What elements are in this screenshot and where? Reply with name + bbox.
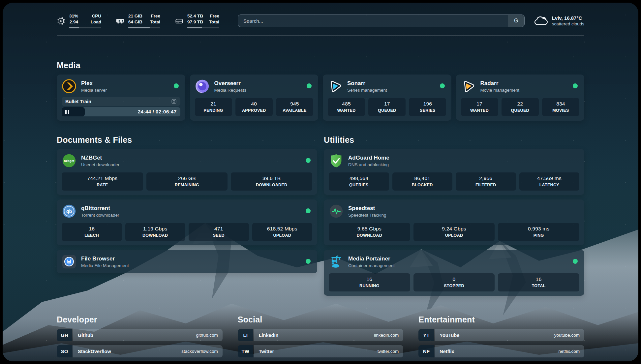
bookmark-name: StackOverflow [78,349,111,354]
status-dot [440,83,445,88]
social-bookmarks: LI LinkedIn linkedin.com TW Twitter twit… [238,329,404,357]
stat-running: 16RUNNING [329,273,410,291]
bookmark-url: stackoverflow.com [181,349,218,354]
svg-text:nzbget: nzbget [64,159,75,163]
disk-progress-fill [187,27,202,28]
bookmark-name: Github [78,333,93,338]
pause-icon[interactable] [65,110,69,114]
playback-time: 24:44 / 02:06:47 [138,109,177,115]
weather-condition: scattered clouds [552,21,584,26]
bookmark-abbr: NF [418,345,434,357]
card-header: File Browser Media File Management [62,254,312,269]
section-media: Media Plex Media serv [57,61,584,121]
app-name: Radarr [480,80,520,87]
middle-sections: Documents & Files nzbget [57,135,584,296]
portainer-card[interactable]: Media Portainer Container management 16R… [324,250,584,296]
top-bar: 31% 2.94 CPU Load [57,13,584,28]
stat-upload: 618.52 MbpsUPLOAD [252,223,313,241]
card-titles: Plex Media server [81,80,107,93]
stat-queries: 498,564QUERIES [329,172,389,191]
plex-card[interactable]: Plex Media server Bullet Train [57,75,185,121]
stats-row: 17WANTED 22QUEUED 834MOVIES [461,98,580,116]
card-titles: NZBGet Usenet downloader [81,155,119,167]
card-header: Overseerr Media Requests [195,79,314,94]
overseerr-card[interactable]: Overseerr Media Requests 21PENDING 40APP… [190,75,319,121]
weather-text: Lviv, 16.87°C scattered clouds [552,15,584,26]
stats-row: 485WANTED 17QUEUED 196SERIES [328,98,446,116]
section-developer: Developer GH Github github.com SO StackO… [57,315,223,361]
stat-seed: 471SEED [189,223,249,241]
search-provider-button[interactable]: G [508,15,524,27]
app-subtitle: Media File Management [81,263,129,268]
section-documents: Documents & Files nzbget [57,135,317,296]
video-type-icon [171,99,177,104]
cpu-icon [57,16,66,25]
adguard-card[interactable]: AdGuard Home DNS and adblocking 498,564Q… [324,149,584,195]
status-dot [573,259,578,264]
memory-progress-bar [128,27,160,28]
bookmark-linkedin[interactable]: LI LinkedIn linkedin.com [238,329,404,341]
cpu-progress-bar [69,27,101,28]
radarr-logo-icon [461,79,476,94]
card-header: qb qBittorrent Torrent downloader [62,204,312,219]
playback-progress-bar[interactable]: 24:44 / 02:06:47 [62,107,180,116]
filebrowser-card[interactable]: File Browser Media File Management [57,250,317,273]
card-titles: Media Portainer Container management [348,256,395,268]
app-name: Sonarr [347,80,387,87]
app-subtitle: Series management [347,88,387,93]
entertainment-bookmarks: YT YouTube youtube.com NF Netflix netfli… [418,329,584,361]
utilities-stack: AdGuard Home DNS and adblocking 498,564Q… [324,149,584,296]
cpu-progress-fill [69,27,79,28]
qbittorrent-logo-icon: qb [62,204,76,219]
section-utilities: Utilities [324,135,584,296]
stat-queued: 17QUEUED [368,98,406,116]
bookmark-abbr: LI [238,329,253,341]
dashboard-screen: 31% 2.94 CPU Load [3,3,638,361]
nzbget-card[interactable]: nzbget NZBGet Usenet downloader 744.21 M… [57,149,317,195]
radarr-card[interactable]: Radarr Movie management 17WANTED 22QUEUE… [456,75,585,121]
disk-icon [175,16,184,25]
bookmark-twitter[interactable]: TW Twitter twitter.com [238,345,404,357]
bookmark-name: LinkedIn [259,333,279,338]
section-title-social: Social [238,315,404,324]
bookmark-abbr: GH [57,329,72,341]
stat-remaining: 266 GBREMAINING [146,172,228,191]
stats-row: 21PENDING 40APPROVED 945AVAILABLE [195,98,314,116]
card-header: AdGuard Home DNS and adblocking [329,153,579,168]
app-subtitle: Speedtest Tracking [348,213,386,218]
weather-widget: Lviv, 16.87°C scattered clouds [534,15,584,26]
stats-row: 498,564QUERIES 86,401BLOCKED 2,956FILTER… [329,172,579,191]
bookmark-netflix[interactable]: NF Netflix netflix.com [418,345,584,357]
section-title-developer: Developer [57,315,223,324]
sonarr-card[interactable]: Sonarr Series management 485WANTED 17QUE… [323,75,451,121]
bookmark-github[interactable]: GH Github github.com [57,329,223,341]
card-titles: AdGuard Home DNS and adblocking [348,155,389,167]
cloud-icon [534,15,548,26]
adguard-logo-icon [329,153,344,168]
qbittorrent-card[interactable]: qb qBittorrent Torrent downloader 16LEEC… [57,199,317,245]
stat-ping: 0.993 msPING [498,223,579,241]
status-dot [573,83,578,88]
speedtest-card[interactable]: Speedtest Speedtest Tracking 9.65 GbpsDO… [324,199,584,245]
bookmark-stackoverflow[interactable]: SO StackOverflow stackoverflow.com [57,345,223,357]
bookmark-url: twitter.com [378,349,399,354]
cpu-values: 31% 2.94 [69,13,78,25]
bookmark-url: linkedin.com [374,333,399,338]
page-content: 31% 2.94 CPU Load [3,3,638,361]
bookmark-url: netflix.com [558,349,580,354]
app-name: Plex [81,80,107,87]
search-bar: G [238,15,525,27]
bookmark-name: YouTube [440,333,459,338]
stat-upload: 9.24 GbpsUPLOAD [413,223,495,241]
bookmark-youtube[interactable]: YT YouTube youtube.com [418,329,584,341]
bookmark-abbr: TW [238,345,253,357]
weather-location-temp: Lviv, 16.87°C [552,15,584,21]
search-input[interactable] [238,15,525,27]
cpu-widget: 31% 2.94 CPU Load [57,13,101,28]
app-name: Overseerr [214,80,247,87]
stat-wanted: 17WANTED [461,98,498,116]
app-subtitle: Movie management [480,88,520,93]
stats-row: 9.65 GbpsDOWNLOAD 9.24 GbpsUPLOAD 0.993 … [329,223,579,241]
stat-rate: 744.21 MbpsRATE [62,172,143,191]
speedtest-logo-icon [329,204,344,219]
